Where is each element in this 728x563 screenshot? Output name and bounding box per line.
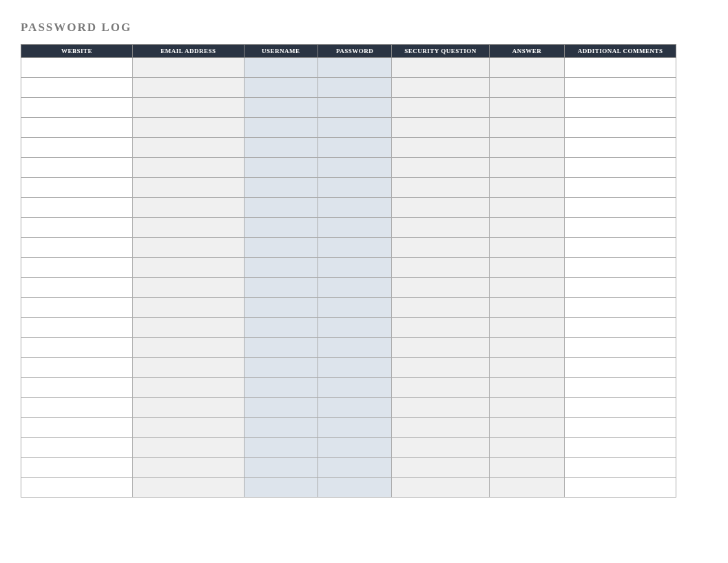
cell-security[interactable] xyxy=(392,298,490,318)
cell-password[interactable] xyxy=(318,458,391,478)
cell-security[interactable] xyxy=(392,198,490,218)
cell-answer[interactable] xyxy=(489,278,564,298)
cell-security[interactable] xyxy=(392,158,490,178)
cell-password[interactable] xyxy=(318,158,391,178)
cell-password[interactable] xyxy=(318,198,391,218)
cell-security[interactable] xyxy=(392,138,490,158)
cell-website[interactable] xyxy=(21,238,133,258)
cell-security[interactable] xyxy=(392,338,490,358)
cell-comments[interactable] xyxy=(565,178,676,198)
cell-comments[interactable] xyxy=(565,198,676,218)
cell-comments[interactable] xyxy=(565,158,676,178)
cell-comments[interactable] xyxy=(565,358,676,378)
cell-answer[interactable] xyxy=(489,258,564,278)
cell-comments[interactable] xyxy=(565,378,676,398)
cell-security[interactable] xyxy=(392,278,490,298)
cell-website[interactable] xyxy=(21,198,133,218)
cell-password[interactable] xyxy=(318,398,391,418)
cell-website[interactable] xyxy=(21,138,133,158)
cell-comments[interactable] xyxy=(565,98,676,118)
cell-security[interactable] xyxy=(392,378,490,398)
cell-email[interactable] xyxy=(132,78,244,98)
cell-comments[interactable] xyxy=(565,138,676,158)
cell-password[interactable] xyxy=(318,418,391,438)
cell-answer[interactable] xyxy=(489,418,564,438)
cell-password[interactable] xyxy=(318,258,391,278)
cell-website[interactable] xyxy=(21,398,133,418)
cell-username[interactable] xyxy=(244,198,318,218)
cell-password[interactable] xyxy=(318,278,391,298)
cell-answer[interactable] xyxy=(489,78,564,98)
cell-email[interactable] xyxy=(132,358,244,378)
cell-username[interactable] xyxy=(244,118,318,138)
cell-answer[interactable] xyxy=(489,298,564,318)
cell-website[interactable] xyxy=(21,178,133,198)
cell-website[interactable] xyxy=(21,358,133,378)
cell-email[interactable] xyxy=(132,318,244,338)
cell-answer[interactable] xyxy=(489,338,564,358)
cell-password[interactable] xyxy=(318,58,391,78)
cell-website[interactable] xyxy=(21,278,133,298)
cell-email[interactable] xyxy=(132,238,244,258)
cell-username[interactable] xyxy=(244,318,318,338)
cell-answer[interactable] xyxy=(489,138,564,158)
cell-answer[interactable] xyxy=(489,318,564,338)
cell-email[interactable] xyxy=(132,138,244,158)
cell-answer[interactable] xyxy=(489,118,564,138)
cell-website[interactable] xyxy=(21,438,133,458)
cell-username[interactable] xyxy=(244,98,318,118)
cell-password[interactable] xyxy=(318,358,391,378)
cell-website[interactable] xyxy=(21,98,133,118)
cell-comments[interactable] xyxy=(565,118,676,138)
cell-security[interactable] xyxy=(392,398,490,418)
cell-email[interactable] xyxy=(132,98,244,118)
cell-email[interactable] xyxy=(132,458,244,478)
cell-password[interactable] xyxy=(318,298,391,318)
cell-security[interactable] xyxy=(392,438,490,458)
cell-answer[interactable] xyxy=(489,198,564,218)
cell-answer[interactable] xyxy=(489,58,564,78)
cell-email[interactable] xyxy=(132,218,244,238)
cell-password[interactable] xyxy=(318,338,391,358)
cell-password[interactable] xyxy=(318,98,391,118)
cell-website[interactable] xyxy=(21,478,133,498)
cell-email[interactable] xyxy=(132,278,244,298)
cell-website[interactable] xyxy=(21,458,133,478)
cell-security[interactable] xyxy=(392,318,490,338)
cell-website[interactable] xyxy=(21,318,133,338)
cell-email[interactable] xyxy=(132,438,244,458)
cell-security[interactable] xyxy=(392,178,490,198)
cell-comments[interactable] xyxy=(565,58,676,78)
cell-comments[interactable] xyxy=(565,278,676,298)
cell-website[interactable] xyxy=(21,218,133,238)
cell-email[interactable] xyxy=(132,258,244,278)
cell-comments[interactable] xyxy=(565,338,676,358)
cell-password[interactable] xyxy=(318,138,391,158)
cell-username[interactable] xyxy=(244,458,318,478)
cell-answer[interactable] xyxy=(489,458,564,478)
cell-username[interactable] xyxy=(244,258,318,278)
cell-answer[interactable] xyxy=(489,158,564,178)
cell-security[interactable] xyxy=(392,238,490,258)
cell-email[interactable] xyxy=(132,178,244,198)
cell-comments[interactable] xyxy=(565,298,676,318)
cell-website[interactable] xyxy=(21,378,133,398)
cell-website[interactable] xyxy=(21,258,133,278)
cell-username[interactable] xyxy=(244,58,318,78)
cell-comments[interactable] xyxy=(565,218,676,238)
cell-username[interactable] xyxy=(244,158,318,178)
cell-email[interactable] xyxy=(132,398,244,418)
cell-username[interactable] xyxy=(244,398,318,418)
cell-answer[interactable] xyxy=(489,478,564,498)
cell-answer[interactable] xyxy=(489,398,564,418)
cell-security[interactable] xyxy=(392,78,490,98)
cell-comments[interactable] xyxy=(565,238,676,258)
cell-answer[interactable] xyxy=(489,218,564,238)
cell-email[interactable] xyxy=(132,478,244,498)
cell-email[interactable] xyxy=(132,158,244,178)
cell-answer[interactable] xyxy=(489,178,564,198)
cell-username[interactable] xyxy=(244,298,318,318)
cell-website[interactable] xyxy=(21,118,133,138)
cell-password[interactable] xyxy=(318,438,391,458)
cell-username[interactable] xyxy=(244,218,318,238)
